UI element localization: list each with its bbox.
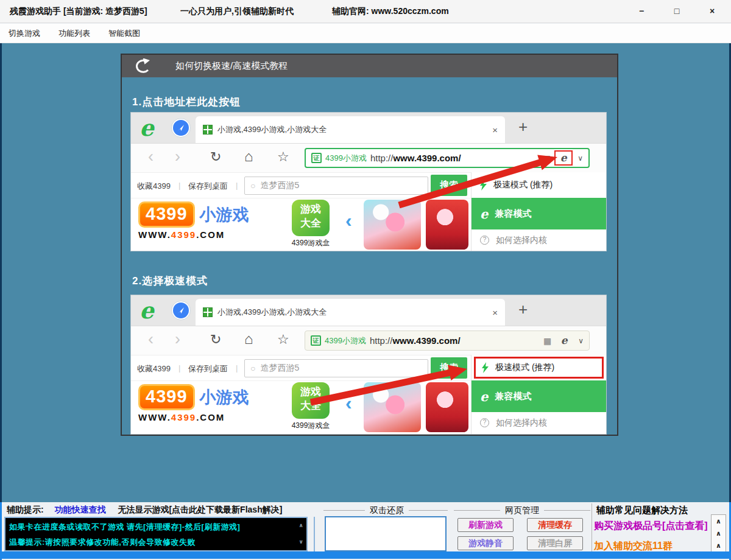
app-tagline: 一心只为用户,引领辅助新时代 xyxy=(180,6,294,17)
hint-console: 如果卡在进度条或读取不了游戏 请先[清理缓存]-然后[刷新游戏] 温馨提示:请按… xyxy=(4,517,308,551)
step1-label: 1.点击地址栏此处按钮 xyxy=(132,95,241,109)
paper-plane-icon xyxy=(177,307,185,314)
footer-panel: 辅助提示: 功能快速查找 无法显示游戏[点击此处下载最新Flash解决] 如果卡… xyxy=(0,502,731,560)
side-scroll-control[interactable]: ∧ ∧ ∧ xyxy=(711,514,726,552)
menu-bar: 切换游戏 功能列表 智能截图 xyxy=(0,24,731,43)
url-scheme: http:// xyxy=(370,335,393,346)
menu-item-speed-mode-highlighted: 极速模式 (推荐) xyxy=(474,357,604,379)
address-bar: 证 4399小游戏 http://www.4399.com/ ▦ e ∨ xyxy=(305,331,590,351)
bookmark-fav4399: 收藏4399 xyxy=(137,363,171,374)
navigation-icon xyxy=(171,301,191,320)
maximize-icon: □ xyxy=(674,6,679,16)
minimize-icon: − xyxy=(639,6,644,16)
tip-label: 辅助提示: xyxy=(7,505,44,514)
compat-mode-label: 兼容模式 xyxy=(495,391,531,402)
url-host: www.4399.com/ xyxy=(393,153,461,163)
console-line-2: 温馨提示:请按照要求修改功能,否则会导致修改失败 xyxy=(9,534,294,550)
clear-cache-button[interactable]: 清理缓存 xyxy=(527,518,583,532)
engine-e-icon: e xyxy=(480,208,488,220)
url-text: http://www.4399.com/ xyxy=(370,335,461,346)
url-text: http://www.4399.com/ xyxy=(370,153,461,163)
tab-close-icon: × xyxy=(492,125,498,135)
title-bar: 残霞游戏助手 [当前游戏: 造梦西游5] 一心只为用户,引领辅助新时代 辅助官网… xyxy=(0,0,731,23)
menu-item-function-list[interactable]: 功能列表 xyxy=(58,28,90,39)
tab-title: 小游戏,4399小游戏,小游戏大全 xyxy=(217,124,487,135)
reload-icon: ↻ xyxy=(210,149,221,165)
forward-nav-icon: › xyxy=(175,147,180,166)
speed-mode-label: 极速模式 (推荐) xyxy=(493,180,553,191)
browser-toolbar: ‹ › ↻ ⌂ ☆ 证 4399小游戏 http://www.4399.com/… xyxy=(131,326,606,355)
logo-4399-badge: 4399 xyxy=(138,201,195,228)
tutorial-header: 如何切换极速/高速模式教程 xyxy=(122,55,617,77)
speed-mode-label: 极速模式 (推荐) xyxy=(495,362,554,373)
new-tab-icon: + xyxy=(518,117,528,136)
chevron-up-icon: ∧ xyxy=(716,530,721,537)
lightning-icon xyxy=(480,180,487,191)
logo-4399-name: 小游戏 xyxy=(200,387,249,408)
main-canvas: 如何切换极速/高速模式教程 1.点击地址栏此处按钮 2.选择极速模式 e 小游戏… xyxy=(0,43,731,502)
console-line-1: 如果卡在进度条或读取不了游戏 请先[清理缓存]-然后[刷新游戏] xyxy=(9,519,294,534)
maximize-button[interactable]: □ xyxy=(663,0,691,23)
divider xyxy=(314,517,315,552)
divider xyxy=(592,503,592,552)
webmanage-group-label: 网页管理 xyxy=(500,505,544,516)
tab-favicon-icon xyxy=(203,307,213,317)
logo-com: .COM xyxy=(196,229,225,240)
divider: | xyxy=(236,363,238,373)
minimize-button[interactable]: − xyxy=(627,0,655,23)
menu-item-smart-screenshot[interactable]: 智能截图 xyxy=(108,28,140,39)
navigation-icon xyxy=(171,118,191,138)
divider: | xyxy=(178,363,180,373)
divider: | xyxy=(178,181,180,190)
gamebox-app: 游戏大全 4399游戏盒 xyxy=(283,200,338,248)
engine-switch-button-highlighted: e xyxy=(554,150,573,166)
tab-close-icon: × xyxy=(492,307,498,318)
restore-listbox[interactable] xyxy=(325,516,447,551)
browser-tab: 小游戏,4399小游戏,小游戏大全 × xyxy=(196,299,505,326)
engine-mode-dropdown: 极速模式 (推荐) e 兼容模式 ? 如何选择内核 xyxy=(471,355,606,434)
browser-screenshot-1: e 小游戏,4399小游戏,小游戏大全 × + ‹ › ↻ ⌂ ☆ 证 xyxy=(131,113,606,251)
game-mute-button[interactable]: 游戏静音 xyxy=(457,536,514,550)
search-button: 搜索 xyxy=(431,357,467,379)
tab-title: 小游戏,4399小游戏,小游戏大全 xyxy=(217,307,487,318)
game-thumbnail xyxy=(364,382,421,432)
refresh-game-button[interactable]: 刷新游戏 xyxy=(457,518,514,532)
menu-item-kernel-help: ? 如何选择内核 xyxy=(471,229,606,251)
chevron-down-icon: ∨ xyxy=(578,337,584,345)
new-tab-icon: + xyxy=(518,300,528,319)
clear-whitescreen-button[interactable]: 清理白屏 xyxy=(527,536,583,550)
restore-group-label: 双击还原 xyxy=(365,505,409,516)
gamebox-line1: 游戏 xyxy=(292,385,330,399)
game-thumbnail xyxy=(364,200,421,250)
scroll-down-icon: ∨ xyxy=(299,537,304,548)
back-arrow-icon xyxy=(132,58,152,74)
browser-logo-icon: e xyxy=(139,114,154,141)
quick-find-link[interactable]: 功能快速查找 xyxy=(55,505,106,514)
search-button: 搜索 xyxy=(431,175,467,196)
window-bottom-border xyxy=(2,551,729,559)
search-query: 造梦西游5 xyxy=(260,363,299,374)
tutorial-title: 如何切换极速/高速模式教程 xyxy=(175,60,288,72)
chevron-up-icon: ∧ xyxy=(716,517,721,525)
close-button[interactable]: × xyxy=(698,0,726,23)
carousel-prev-icon: ‹ xyxy=(345,209,352,232)
gamebox-line2: 大全 xyxy=(292,399,330,413)
site-cert-icon: 证 xyxy=(311,335,321,346)
menu-item-compat-mode: e 兼容模式 xyxy=(471,380,606,412)
bookmark-fav4399: 收藏4399 xyxy=(137,181,171,192)
search-circle-icon: ○ xyxy=(250,181,255,191)
menu-item-switch-game[interactable]: 切换游戏 xyxy=(9,28,40,39)
gamebox-icon: 游戏大全 xyxy=(292,200,330,236)
faq-title: 辅助常见问题解决方法 xyxy=(596,505,688,516)
back-button[interactable] xyxy=(132,58,154,74)
step2-label: 2.选择极速模式 xyxy=(132,274,208,288)
buy-account-link[interactable]: 购买游戏极品号[点击查看] xyxy=(594,520,708,533)
flash-download-link[interactable]: 无法显示游戏[点击此处下载最新Flash解决] xyxy=(118,505,282,514)
console-scrollbar[interactable]: ∧ ∨ xyxy=(297,519,306,550)
logo-num: 4399 xyxy=(171,229,196,240)
site-name: 4399小游戏 xyxy=(325,153,367,164)
join-group-link[interactable]: 加入辅助交流11群 xyxy=(594,540,673,553)
engine-switch-button: e xyxy=(555,333,573,348)
forward-nav-icon: › xyxy=(175,330,180,349)
logo-www: WWW. xyxy=(138,229,171,240)
